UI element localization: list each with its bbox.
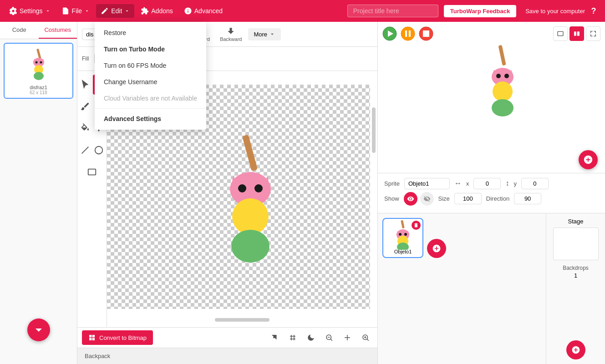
sprite-size-input[interactable] bbox=[454, 193, 482, 204]
canvas-scrollbar-vertical[interactable] bbox=[372, 107, 376, 153]
svg-line-34 bbox=[330, 339, 332, 341]
turbowarp-feedback-button[interactable]: TurboWarp Feedback bbox=[444, 5, 516, 17]
sprite-direction-input[interactable] bbox=[514, 193, 541, 204]
stage-panel-title: Stage bbox=[568, 218, 584, 225]
sprite-info-row-2: Show Size Direction bbox=[384, 192, 599, 206]
edit-dropdown: Restore Turn on Turbo Mode Turn on 60 FP… bbox=[95, 22, 206, 130]
stop-button[interactable] bbox=[419, 26, 433, 41]
grid-button[interactable] bbox=[285, 330, 300, 345]
fill-tool-button[interactable] bbox=[79, 118, 91, 138]
svg-rect-49 bbox=[558, 31, 563, 35]
convert-bitmap-button[interactable]: Convert to Bitmap bbox=[82, 330, 153, 345]
backpack-bar: Backpack bbox=[77, 348, 377, 364]
svg-point-58 bbox=[493, 81, 513, 101]
file-button[interactable]: File bbox=[57, 4, 95, 18]
svg-point-65 bbox=[404, 233, 407, 236]
sprite-card[interactable]: Objeto1 bbox=[382, 218, 423, 258]
sprite-delete-button[interactable] bbox=[412, 221, 421, 230]
advanced-settings-item[interactable]: Advanced Settings bbox=[95, 111, 206, 127]
svg-point-57 bbox=[504, 74, 509, 78]
sprite-y-input[interactable] bbox=[521, 178, 549, 189]
backdrops-label: Backdrops bbox=[563, 265, 589, 271]
zoom-out-button[interactable] bbox=[322, 330, 336, 345]
canvas-scrollbar-horizontal[interactable] bbox=[215, 318, 269, 322]
svg-rect-28 bbox=[92, 338, 95, 340]
svg-point-7 bbox=[34, 72, 44, 80]
sprite-x-input[interactable] bbox=[473, 178, 501, 189]
svg-rect-25 bbox=[89, 335, 92, 337]
edit-button[interactable]: Edit bbox=[96, 4, 134, 18]
zoom-tools bbox=[267, 330, 373, 345]
bottom-tools-bar: Convert to Bitmap bbox=[77, 327, 377, 348]
more-button[interactable]: More bbox=[248, 28, 281, 40]
svg-rect-16 bbox=[88, 169, 96, 175]
circle-tool-button[interactable] bbox=[93, 140, 105, 160]
moon-button[interactable] bbox=[304, 330, 318, 345]
tab-code[interactable]: Code bbox=[0, 22, 39, 39]
svg-point-44 bbox=[401, 27, 415, 40]
sprites-section: Objeto1 Stage Backdrops 1 bbox=[378, 213, 605, 364]
draw-tools-row-5 bbox=[79, 162, 105, 182]
addons-button[interactable]: Addons bbox=[136, 4, 177, 18]
add-sprite-list-fab[interactable] bbox=[427, 239, 446, 258]
tab-costumes[interactable]: Costumes bbox=[39, 22, 77, 39]
layout-small-button[interactable] bbox=[553, 26, 568, 41]
line-tool-button[interactable] bbox=[79, 140, 91, 160]
draw-tools-row-4 bbox=[79, 140, 105, 160]
stage-area bbox=[378, 22, 605, 173]
zoom-in-button[interactable] bbox=[358, 330, 373, 345]
svg-rect-45 bbox=[405, 30, 407, 37]
costume-item[interactable]: disfraz1 62 x 118 bbox=[4, 43, 73, 99]
add-backdrop-fab[interactable] bbox=[566, 340, 585, 359]
stage-controls bbox=[382, 26, 433, 41]
svg-rect-48 bbox=[423, 30, 429, 37]
backward-button[interactable]: Backward bbox=[216, 25, 245, 44]
advanced-button[interactable]: Advanced bbox=[179, 4, 227, 18]
svg-rect-46 bbox=[409, 30, 411, 37]
hide-eye-button[interactable] bbox=[420, 192, 434, 206]
costume-size: 62 x 118 bbox=[7, 90, 70, 95]
cloud-vars-item: Cloud Variables are not Available bbox=[95, 90, 206, 106]
sprite-name-input[interactable] bbox=[404, 178, 450, 189]
layout-full-button[interactable] bbox=[586, 26, 600, 41]
show-icons bbox=[404, 192, 434, 206]
change-username-item[interactable]: Change Username bbox=[95, 74, 206, 90]
sprite-drawing bbox=[209, 130, 291, 268]
svg-point-24 bbox=[231, 230, 269, 263]
restore-item[interactable]: Restore bbox=[95, 25, 206, 41]
help-button[interactable]: ? bbox=[587, 4, 600, 18]
stage-layout-buttons bbox=[553, 26, 600, 41]
show-eye-button[interactable] bbox=[404, 192, 417, 206]
settings-button[interactable]: Settings bbox=[5, 4, 55, 18]
brush-tool-button[interactable] bbox=[79, 96, 91, 116]
add-costume-fab[interactable] bbox=[27, 318, 50, 341]
add-sprite-fab[interactable] bbox=[579, 150, 598, 169]
svg-point-22 bbox=[254, 184, 263, 192]
green-flag-button[interactable] bbox=[382, 26, 397, 41]
pause-button[interactable] bbox=[401, 26, 415, 41]
project-title-input[interactable] bbox=[347, 5, 438, 17]
svg-rect-60 bbox=[401, 220, 405, 228]
svg-point-56 bbox=[496, 74, 501, 78]
fps-mode-item[interactable]: Turn on 60 FPS Mode bbox=[95, 57, 206, 74]
svg-line-14 bbox=[82, 147, 89, 154]
sprites-list: Objeto1 bbox=[378, 213, 546, 364]
backdrops-count: 1 bbox=[574, 272, 577, 279]
select-mode-button[interactable] bbox=[267, 330, 282, 345]
costume-name: disfraz1 bbox=[7, 85, 70, 90]
select-tool-button[interactable] bbox=[79, 75, 91, 95]
svg-rect-50 bbox=[574, 31, 576, 35]
svg-rect-52 bbox=[498, 45, 506, 66]
stage-thumb[interactable] bbox=[553, 228, 599, 260]
fill-label: Fill bbox=[82, 56, 89, 62]
svg-point-23 bbox=[232, 198, 269, 235]
svg-line-39 bbox=[367, 339, 369, 341]
zoom-reset-button[interactable] bbox=[340, 330, 355, 345]
costumes-panel: Code Costumes bbox=[0, 22, 77, 364]
svg-point-64 bbox=[399, 233, 402, 236]
turbo-mode-item[interactable]: Turn on Turbo Mode bbox=[95, 41, 206, 57]
save-button[interactable]: Save to your computer bbox=[525, 8, 585, 15]
layout-split-button[interactable] bbox=[569, 26, 584, 41]
panel-tabs: Code Costumes bbox=[0, 22, 77, 39]
rect-tool-button[interactable] bbox=[82, 162, 102, 182]
